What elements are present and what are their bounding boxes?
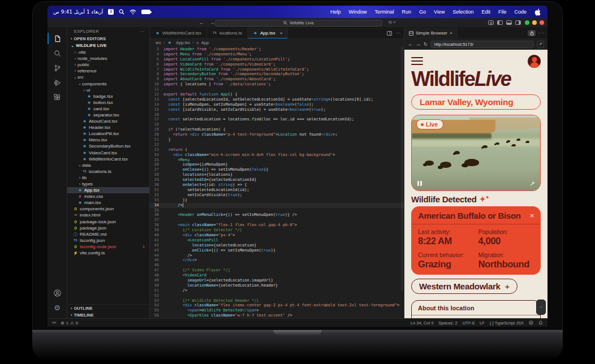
pause-icon[interactable]	[417, 181, 422, 186]
tree-folder-data[interactable]: ⌄data	[67, 162, 149, 168]
code-line-13[interactable]: 13 const [selectedLocationId, setSelecte…	[150, 97, 404, 102]
video-card[interactable]: Live ↗	[411, 115, 541, 191]
menu-selection[interactable]: Selection	[452, 9, 473, 15]
tree-file-locations.ts[interactable]: TSlocations.ts	[67, 168, 149, 175]
tree-file-AboutCard.tsx[interactable]: ◉AboutCard.tsx	[67, 118, 149, 124]
encoding[interactable]: UTF-8	[463, 320, 475, 326]
close-tab-icon[interactable]: ×	[280, 31, 283, 36]
remote-indicator-icon[interactable]: ><	[52, 320, 55, 325]
code-line-54[interactable]: 54 <div className="flex items-center gap…	[150, 303, 404, 308]
lock-button[interactable]	[528, 30, 536, 36]
location-pill[interactable]: Lamar Valley, Wyoming	[411, 94, 541, 110]
code-line-10[interactable]: 10import { locations } from './data/loca…	[150, 82, 404, 87]
browser-reload-icon[interactable]: ↻	[424, 42, 428, 47]
eol[interactable]: LF	[480, 320, 485, 326]
code-line-25[interactable]: 25 <Menu	[150, 158, 404, 163]
tree-folder-src[interactable]: ⌄src	[67, 74, 149, 80]
code-line-8[interactable]: 8import SecondaryButton from './componen…	[150, 72, 404, 77]
tree-folder-reference[interactable]: ›reference	[67, 68, 149, 74]
tree-file-WildlifeInfoCard.tsx[interactable]: ◉WildlifeInfoCard.tsx	[67, 156, 149, 162]
code-line-4[interactable]: 4import Menu from './components/Menu';	[150, 52, 404, 57]
expand-icon[interactable]: ↗	[529, 180, 535, 188]
split-editor-icon[interactable]	[387, 31, 392, 36]
zoom-button[interactable]	[525, 20, 529, 25]
breadcrumb-item[interactable]: App	[201, 40, 209, 45]
command-center-search[interactable]: Wildlife Live	[215, 20, 382, 27]
code-line-47[interactable]: 47 {/* Video Player */}	[150, 268, 404, 273]
run-task-icon[interactable]: ⟲ ˅	[388, 20, 396, 25]
tree-file-package-lock.json[interactable]: {}package-lock.json	[67, 219, 149, 225]
tree-file-badge.tsx[interactable]: ◉badge.tsx	[67, 93, 149, 99]
tree-folder-components[interactable]: ⌄components	[67, 80, 149, 86]
nav-back-icon[interactable]: ←	[199, 20, 204, 25]
project-root[interactable]: ⌄WILDLIFE LIVE	[67, 42, 149, 49]
tree-folder-public[interactable]: ›public	[67, 62, 149, 68]
code-line-45[interactable]: 45 </div>	[150, 258, 404, 263]
code-line-26[interactable]: 26 isOpen={isMenuOpen}	[150, 162, 404, 167]
browser-back-icon[interactable]: ←	[408, 41, 413, 47]
code-line-56[interactable]: 56 <Sparkles className="w-7 h-7 text-acc…	[150, 313, 404, 318]
code-line-31[interactable]: 31 setSelectedLocationId(id);	[150, 188, 404, 193]
tree-file-LocationPill.tsx[interactable]: ◉LocationPill.tsx	[67, 131, 149, 137]
input-source-icon[interactable]: أ	[108, 9, 114, 15]
language-mode[interactable]: { } TypeScript JSX	[490, 320, 524, 326]
tree-file-tsconfig.json[interactable]: TStsconfig.json	[67, 237, 149, 244]
code-line-30[interactable]: 30 onSelect={(id: string) => {	[150, 183, 404, 188]
code-area[interactable]: 3import Header from './components/Header…	[150, 46, 404, 318]
code-line-5[interactable]: 5import LocationPill from './components/…	[150, 57, 404, 62]
explorer-more-actions-icon[interactable]: ···	[140, 29, 145, 34]
code-line-3[interactable]: 3import Header from './components/Header…	[150, 47, 404, 52]
code-line-44[interactable]: 44 />	[150, 253, 404, 258]
tree-file-tsconfig.node.json[interactable]: {}tsconfig.node.json1	[67, 244, 149, 250]
close-tab-icon[interactable]: ×	[450, 31, 452, 36]
code-line-14[interactable]: 14 const [isMenuOpen, setIsMenuOpen] = u…	[150, 102, 404, 107]
code-line-24[interactable]: 24 <div className="min-h-screen min-h-dv…	[150, 153, 404, 158]
card-close-icon[interactable]: ×	[530, 211, 534, 220]
tree-folder-.vite[interactable]: ›.vite	[67, 49, 149, 55]
tree-file-VideoCard.tsx[interactable]: ◉VideoCard.tsx	[67, 150, 149, 156]
code-line-33[interactable]: 33 }}	[150, 198, 404, 203]
code-line-12[interactable]: 12export default function App() {	[150, 92, 404, 97]
editor-tab-App.tsx[interactable]: ◉App.tsx×	[248, 28, 288, 38]
code-line-15[interactable]: 15 const [isCardVisible, setIsCardVisibl…	[150, 107, 404, 112]
avatar[interactable]	[528, 55, 541, 68]
code-line-43[interactable]: 43 onClick={() => setIsMenuOpen(true)}	[150, 248, 404, 253]
editor-scrollbar[interactable]	[401, 46, 403, 291]
menu-code[interactable]: Code	[514, 9, 527, 15]
code-line-50[interactable]: 50 locationName={selectedLocation.header…	[150, 283, 404, 288]
toggle-primary-sidebar-icon[interactable]	[497, 20, 503, 25]
breadcrumb-item[interactable]: src	[156, 40, 161, 45]
activitybar-extensions[interactable]	[48, 90, 67, 105]
code-line-17[interactable]: 17 const selectedLocation = locations.fi…	[150, 117, 404, 122]
browser-forward-icon[interactable]: →	[416, 41, 421, 47]
url-input[interactable]: http://localhost:5173/	[430, 41, 534, 48]
code-line-16[interactable]: 16	[150, 112, 404, 118]
breadcrumb[interactable]: src›◉App.tsx›⊙App	[150, 39, 404, 46]
code-line-48[interactable]: 48 <VideoCard	[150, 273, 404, 278]
feedback-icon[interactable]	[529, 320, 533, 325]
code-line-39[interactable]: 39 {/* Location Selector */}	[150, 228, 404, 233]
tree-file-main.tsx[interactable]: ◉main.tsx	[67, 200, 149, 206]
open-external-icon[interactable]: ↗	[537, 41, 544, 48]
menu-window[interactable]: Window	[349, 9, 367, 15]
tree-file-App.tsx[interactable]: ◉App.tsx	[67, 187, 149, 193]
toggle-panel-icon[interactable]	[506, 20, 512, 25]
minimize-button[interactable]	[532, 20, 537, 25]
code-line-49[interactable]: 49 imageUrl={selectedLocation.imageUrl}	[150, 278, 404, 283]
customize-layout-icon[interactable]	[488, 20, 494, 25]
battery-icon[interactable]	[141, 10, 150, 14]
menu-go[interactable]: Go	[419, 9, 426, 15]
code-line-20[interactable]: 20 return <div className="p-4 text-foreg…	[150, 132, 404, 137]
tree-file-Menu.tsx[interactable]: ◉Menu.tsx	[67, 137, 149, 143]
apple-logo-icon[interactable]	[534, 8, 541, 16]
activitybar-settings[interactable]: ⚙	[48, 300, 67, 315]
code-line-53[interactable]: 53 {/* Wildlife Detected Header */}	[150, 298, 404, 304]
code-line-29[interactable]: 29 selectedId={selectedLocationId}	[150, 177, 404, 183]
breadcrumb-item[interactable]: App.tsx	[176, 40, 190, 45]
tab-simple-browser[interactable]: Simple Browser ×	[404, 28, 458, 38]
indentation[interactable]: Spaces: 2	[438, 320, 457, 326]
code-line-23[interactable]: 23 return (	[150, 148, 404, 153]
code-line-42[interactable]: 42 location={selectedLocation}	[150, 243, 404, 248]
nav-forward-icon[interactable]: →	[210, 20, 215, 25]
code-line-52[interactable]: 52	[150, 293, 404, 298]
